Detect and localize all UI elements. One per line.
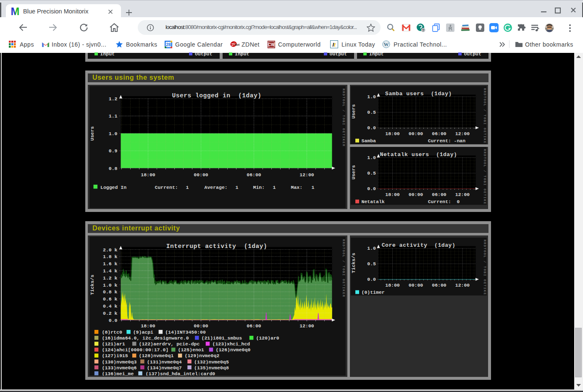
svg-text:1.8 k: 1.8 k	[102, 254, 117, 259]
svg-text:(121)ar1: (121)ar1	[102, 341, 125, 347]
svg-text:Users logged in (1day): Users logged in (1day)	[172, 92, 261, 99]
svg-text:0.0: 0.0	[108, 317, 117, 323]
svg-text:Users: Users	[351, 165, 356, 180]
svg-text:06:00: 06:00	[247, 323, 261, 328]
svg-text:Net: Net	[235, 43, 239, 46]
svg-text:(128)nvme0q1: (128)nvme0q1	[139, 353, 173, 358]
svg-text:00:00: 00:00	[408, 191, 423, 197]
svg-text:1.2: 1.2	[108, 96, 117, 102]
svg-text:00:00: 00:00	[408, 282, 423, 287]
svg-text:(134)nvme0q7: (134)nvme0q7	[147, 365, 181, 370]
svg-text:06:00: 06:00	[247, 172, 261, 178]
svg-text:(127)i915: (127)i915	[102, 353, 128, 358]
svg-text:1: 1	[311, 184, 314, 190]
svg-text:Min:: Min:	[253, 184, 265, 190]
svg-text:W: W	[384, 42, 389, 47]
svg-text:(126)nvme0q0: (126)nvme0q0	[215, 347, 250, 353]
svg-text:0.9: 0.9	[108, 148, 117, 154]
svg-text:1.2 k: 1.2 k	[102, 275, 117, 280]
svg-text:00:00: 00:00	[194, 323, 208, 328]
svg-text:0.4 k: 0.4 k	[102, 303, 117, 308]
svg-text:Current:: Current:	[428, 138, 451, 144]
svg-text:1: 1	[235, 184, 238, 190]
svg-text:1.0: 1.0	[367, 155, 376, 160]
svg-text:Max:: Max:	[291, 184, 302, 190]
svg-text:18:00: 18:00	[385, 131, 400, 136]
svg-text:00:00: 00:00	[194, 172, 208, 178]
svg-text:0.5: 0.5	[367, 170, 376, 176]
svg-text:CW: CW	[268, 42, 275, 47]
svg-text:?: ?	[422, 28, 424, 32]
svg-text:06:00: 06:00	[432, 191, 446, 197]
svg-text:(14)INT3450:00: (14)INT3450:00	[165, 329, 206, 335]
svg-text:Average:: Average:	[204, 184, 227, 190]
svg-text:0.6 k: 0.6 k	[102, 296, 117, 302]
svg-text:06:00: 06:00	[432, 282, 446, 287]
svg-text:Samba: Samba	[361, 138, 376, 144]
svg-text:Samba users (1day): Samba users (1day)	[385, 91, 452, 97]
svg-text:(21)i801_smbus: (21)i801_smbus	[201, 335, 242, 341]
svg-text:-nan: -nan	[454, 138, 465, 144]
svg-text:(123)xhci_hcd: (123)xhci_hcd	[212, 341, 250, 347]
svg-text:0.5: 0.5	[367, 261, 376, 267]
svg-text:0.8 k: 0.8 k	[102, 289, 117, 295]
svg-text:RRDTOOL / TOBI OETIKER: RRDTOOL / TOBI OETIKER	[483, 149, 486, 205]
svg-text:1.0: 1.0	[367, 246, 376, 251]
svg-text:1.0: 1.0	[367, 94, 376, 99]
svg-text:28: 28	[166, 42, 171, 47]
svg-text:18:00: 18:00	[141, 323, 155, 328]
svg-text:2.0 k: 2.0 k	[102, 247, 117, 252]
svg-text:0.5: 0.5	[367, 110, 376, 115]
svg-text:RRDTOOL / TOBI OETIKER: RRDTOOL / TOBI OETIKER	[483, 88, 486, 144]
svg-text:1.0: 1.0	[108, 131, 117, 136]
svg-text:(8)rtc0: (8)rtc0	[102, 329, 122, 335]
svg-text:(137)snd_hda_intel:card0: (137)snd_hda_intel:card0	[145, 371, 215, 375]
svg-text:0.0: 0.0	[367, 277, 376, 282]
svg-text:(125)eno1: (125)eno1	[178, 347, 204, 353]
svg-text:(122)aerdrv, pcie-dpc: (122)aerdrv, pcie-dpc	[139, 341, 200, 347]
svg-text:(136)mei_me: (136)mei_me	[102, 371, 134, 375]
svg-text:RRDTOOL / TOBI OETIKER: RRDTOOL / TOBI OETIKER	[341, 89, 345, 147]
svg-text:(16)idma64.0, i2c_designware.0: (16)idma64.0, i2c_designware.0	[102, 335, 189, 341]
svg-text:12:00: 12:00	[455, 282, 470, 287]
svg-text:Ticks/s: Ticks/s	[89, 274, 95, 295]
svg-text:00:00: 00:00	[408, 131, 423, 136]
svg-text:0.2 k: 0.2 k	[102, 310, 117, 316]
svg-text:RRDTOOL / TOBI OETIKER: RRDTOOL / TOBI OETIKER	[483, 240, 486, 295]
svg-text:1.1: 1.1	[108, 113, 117, 119]
svg-text:18:00: 18:00	[141, 172, 155, 178]
svg-text:Current:: Current:	[428, 199, 451, 204]
svg-text:Core activity (1day): Core activity (1day)	[381, 242, 455, 248]
svg-text:12:00: 12:00	[455, 191, 470, 197]
svg-text:Netatalk users (1day): Netatalk users (1day)	[380, 152, 457, 158]
svg-text:0: 0	[454, 199, 460, 204]
svg-text:1.0 k: 1.0 k	[102, 282, 117, 287]
svg-text:Logged In: Logged In	[100, 184, 126, 190]
svg-text:1: 1	[273, 184, 276, 190]
svg-text:18:00: 18:00	[385, 191, 400, 197]
svg-text:Interrupt activity (1day): Interrupt activity (1day)	[166, 243, 267, 249]
svg-text:(135)nvme0q8: (135)nvme0q8	[194, 365, 229, 370]
svg-text:1: 1	[186, 184, 189, 190]
svg-text:Ticks/s: Ticks/s	[351, 253, 356, 273]
svg-text:Users: Users	[89, 126, 95, 141]
svg-text:M: M	[11, 6, 20, 16]
svg-text:(130)nvme0q3: (130)nvme0q3	[102, 359, 137, 364]
svg-text:(133)nvme0q6: (133)nvme0q6	[102, 365, 137, 370]
svg-text:Users: Users	[351, 104, 356, 119]
svg-text:(131)nvme0q4: (131)nvme0q4	[147, 359, 181, 364]
svg-text:(129)nvme0q2: (129)nvme0q2	[184, 353, 219, 358]
svg-text:Current:: Current:	[155, 184, 178, 190]
svg-text:RRDTOOL / TOBI OETIKER: RRDTOOL / TOBI OETIKER	[341, 239, 345, 298]
svg-text:06:00: 06:00	[432, 131, 446, 136]
svg-text:1.4 k: 1.4 k	[102, 268, 117, 273]
svg-text:12:00: 12:00	[299, 172, 314, 178]
svg-text:Netatalk: Netatalk	[361, 199, 384, 204]
svg-text:18:00: 18:00	[385, 282, 400, 287]
svg-text:12:00: 12:00	[455, 131, 470, 136]
svg-text:(120)ar0: (120)ar0	[256, 335, 279, 341]
svg-text:0.0: 0.0	[367, 125, 376, 131]
svg-text:0.8: 0.8	[108, 165, 117, 171]
svg-text:1.6 k: 1.6 k	[102, 261, 117, 267]
svg-text:12:00: 12:00	[299, 323, 314, 328]
